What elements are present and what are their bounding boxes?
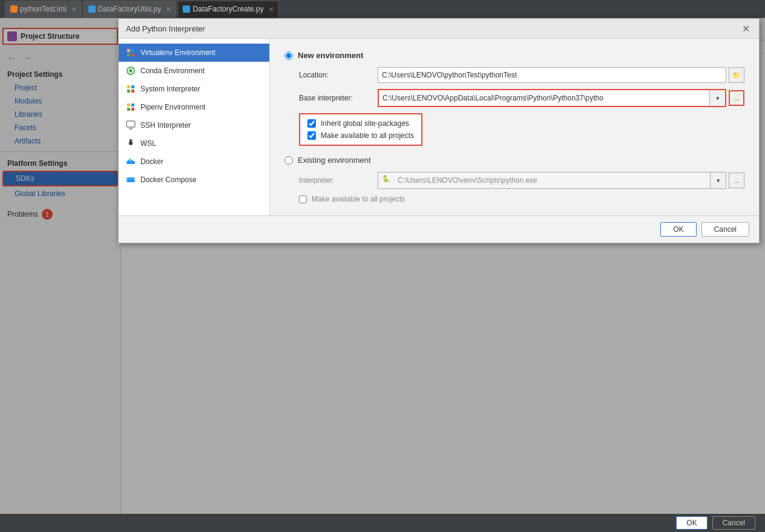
inherit-global-row: Inherit global site-packages	[307, 119, 414, 128]
dialog-close-button[interactable]: ✕	[740, 22, 752, 34]
existing-make-available-row: Make available to all projects	[299, 195, 744, 203]
dialog-ok-button[interactable]: OK	[660, 222, 696, 237]
svg-rect-24	[130, 159, 131, 160]
right-area: + − Name: Python 3.7 (newwwwwwwwww) Add …	[121, 18, 765, 514]
py-tab-icon	[88, 5, 96, 13]
existing-interpreter-row: Interpreter: 🐍 ▾ ...	[299, 172, 744, 189]
svg-rect-0	[127, 49, 130, 52]
svg-rect-3	[131, 53, 134, 56]
virtualenv-icon	[126, 48, 136, 57]
existing-environment-radio[interactable]	[284, 156, 293, 165]
interpreter-item-conda[interactable]: Conda Environment	[119, 62, 269, 80]
tab-label: DataFactoryUtils.py	[98, 5, 162, 13]
svg-rect-21	[128, 160, 129, 161]
base-interpreter-dropdown[interactable]: ▾	[709, 90, 725, 106]
interpreter-item-pipenv[interactable]: Pipenv Environment	[119, 98, 269, 116]
svg-rect-26	[126, 177, 135, 180]
svg-rect-20	[126, 161, 135, 164]
interpreter-list: Virtualenv Environment C	[119, 39, 270, 215]
main-content: Project Structure ← → Project Settings P…	[0, 18, 765, 514]
existing-environment-label: Existing environment	[298, 156, 371, 165]
location-input-group: 📁	[378, 67, 744, 83]
dialog-overlay: Add Python Interpreter ✕	[0, 18, 765, 514]
tab-pythontest-iml[interactable]: pythonTest.iml ✕	[5, 1, 82, 18]
make-available-checkbox[interactable]	[307, 131, 316, 140]
ide-window: pythonTest.iml ✕ DataFactoryUtils.py ✕ D…	[0, 0, 765, 532]
existing-interpreter-more-button[interactable]: ...	[729, 172, 744, 188]
new-environment-option: New environment	[284, 51, 744, 60]
new-environment-label: New environment	[298, 51, 363, 60]
interpreter-item-virtualenv[interactable]: Virtualenv Environment	[119, 44, 269, 62]
location-label: Location:	[299, 71, 378, 79]
tab-datafactorycreate[interactable]: DataFactoryCreate.py ✕	[177, 1, 278, 18]
base-interpreter-row: Base interpreter: ▾ ...	[299, 89, 744, 107]
svg-rect-13	[131, 108, 134, 111]
dialog-title-bar: Add Python Interpreter ✕	[119, 19, 759, 39]
pipenv-label: Pipenv Environment	[140, 103, 205, 111]
docker-label: Docker	[140, 157, 163, 166]
interpreter-item-wsl[interactable]: WSL	[119, 134, 269, 153]
dialog-settings-panel: New environment Location: 📁	[270, 39, 759, 215]
py-tab-icon-active	[183, 5, 190, 13]
svg-point-17	[129, 139, 133, 144]
dialog-cancel-button[interactable]: Cancel	[701, 222, 749, 237]
new-env-checkboxes: Inherit global site-packages Make availa…	[299, 113, 422, 146]
svg-rect-8	[127, 90, 130, 93]
wsl-icon	[126, 139, 136, 148]
svg-rect-10	[127, 103, 130, 107]
ssh-icon	[126, 120, 136, 130]
svg-rect-7	[131, 85, 134, 88]
make-available-label: Make available to all projects	[321, 131, 414, 140]
base-interpreter-input[interactable]	[379, 90, 709, 106]
conda-label: Conda Environment	[140, 67, 205, 75]
interpreter-item-docker-compose[interactable]: Docker Compose	[119, 171, 269, 189]
base-interpreter-input-group: ▾ ...	[378, 89, 744, 107]
svg-rect-25	[126, 180, 135, 182]
location-input[interactable]	[378, 67, 726, 83]
svg-rect-23	[131, 160, 133, 161]
system-label: System Interpreter	[140, 85, 200, 93]
make-available-row: Make available to all projects	[307, 131, 414, 140]
location-browse-button[interactable]: 📁	[729, 67, 744, 83]
existing-make-available-checkbox[interactable]	[299, 195, 307, 203]
svg-rect-9	[131, 90, 134, 93]
svg-rect-11	[131, 103, 134, 107]
inherit-global-label: Inherit global site-packages	[321, 119, 409, 128]
svg-rect-1	[131, 49, 134, 52]
interpreter-item-system[interactable]: System Interpreter	[119, 80, 269, 98]
tab-close-icon[interactable]: ✕	[166, 6, 171, 13]
tab-close-icon[interactable]: ✕	[269, 6, 274, 13]
svg-rect-22	[130, 160, 131, 161]
existing-interpreter-input[interactable]	[394, 172, 710, 188]
location-row: Location: 📁	[299, 67, 744, 83]
tab-label: DataFactoryCreate.py	[192, 5, 263, 13]
existing-make-available-label: Make available to all projects	[312, 195, 405, 203]
tab-close-icon[interactable]: ✕	[71, 6, 76, 13]
docker-compose-icon	[126, 175, 136, 185]
new-environment-radio[interactable]	[284, 51, 293, 60]
base-interpreter-more-button[interactable]: ...	[729, 90, 744, 106]
virtualenv-label: Virtualenv Environment	[140, 48, 215, 57]
existing-interpreter-input-group: 🐍 ▾ ...	[378, 172, 744, 189]
svg-rect-2	[127, 53, 130, 56]
tab-datafactoryutils[interactable]: DataFactoryUtils.py ✕	[83, 1, 177, 18]
conda-icon	[126, 66, 136, 76]
system-icon	[126, 84, 136, 94]
inherit-global-checkbox[interactable]	[307, 119, 316, 128]
add-python-interpreter-dialog: Add Python Interpreter ✕	[118, 18, 760, 243]
iml-tab-icon	[10, 5, 18, 13]
bottom-bar: OK Cancel	[0, 514, 765, 532]
existing-interpreter-dropdown[interactable]: ▾	[710, 172, 726, 188]
bottom-cancel-button[interactable]: Cancel	[712, 516, 755, 530]
docker-compose-label: Docker Compose	[140, 176, 197, 184]
ssh-label: SSH Interpreter	[140, 121, 191, 130]
existing-environment-option: Existing environment	[284, 156, 744, 165]
bottom-ok-button[interactable]: OK	[676, 516, 707, 530]
svg-rect-14	[126, 121, 135, 127]
dialog-body: Virtualenv Environment C	[119, 39, 759, 215]
interpreter-item-ssh[interactable]: SSH Interpreter	[119, 116, 269, 134]
interpreter-item-docker[interactable]: Docker	[119, 153, 269, 171]
existing-interpreter-label: Interpreter:	[299, 176, 378, 185]
tab-bar: pythonTest.iml ✕ DataFactoryUtils.py ✕ D…	[0, 0, 765, 18]
svg-rect-12	[127, 108, 130, 111]
